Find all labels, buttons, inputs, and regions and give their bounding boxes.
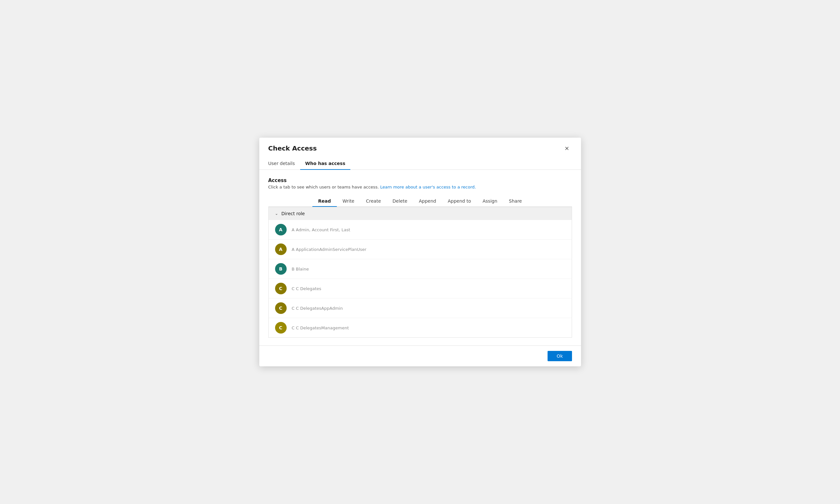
- table-row: B B Blaine: [269, 259, 572, 279]
- dialog-title: Check Access: [268, 144, 317, 152]
- avatar: B: [275, 263, 287, 275]
- tab-who-has-access[interactable]: Who has access: [300, 158, 351, 170]
- direct-role-header[interactable]: ⌄ Direct role: [269, 207, 572, 220]
- table-row: A A Admin, Account First, Last: [269, 220, 572, 240]
- perm-tab-append-to[interactable]: Append to: [442, 196, 477, 207]
- perm-tab-share[interactable]: Share: [503, 196, 528, 207]
- tab-user-details[interactable]: User details: [268, 158, 300, 170]
- avatar: C: [275, 302, 287, 314]
- access-learn-more-link[interactable]: Learn more about a user's access to a re…: [380, 185, 476, 190]
- user-name: B Blaine: [292, 267, 309, 271]
- perm-tab-write[interactable]: Write: [337, 196, 360, 207]
- check-access-dialog: Check Access × User details Who has acce…: [259, 138, 581, 366]
- perm-tab-create[interactable]: Create: [360, 196, 387, 207]
- chevron-down-icon: ⌄: [275, 211, 278, 216]
- dialog-footer: Ok: [259, 345, 581, 366]
- permission-tabs: Read Write Create Delete Append Append t…: [268, 196, 572, 207]
- user-name: A Admin, Account First, Last: [292, 228, 350, 232]
- perm-tab-append[interactable]: Append: [413, 196, 442, 207]
- access-desc-text: Click a tab to see which users or teams …: [268, 185, 379, 190]
- perm-tab-read[interactable]: Read: [312, 196, 337, 207]
- user-name: C C Delegates: [292, 286, 321, 291]
- users-table: ⌄ Direct role A A Admin, Account First, …: [268, 207, 572, 338]
- table-row: A A ApplicationAdminServicePlanUser: [269, 240, 572, 259]
- table-row: C C C DelegatesManagement: [269, 318, 572, 337]
- main-tabs: User details Who has access: [259, 158, 581, 170]
- avatar: A: [275, 244, 287, 255]
- close-button[interactable]: ×: [562, 144, 572, 152]
- table-row: C C C Delegates: [269, 279, 572, 299]
- user-name: C C DelegatesAppAdmin: [292, 306, 343, 311]
- avatar: C: [275, 283, 287, 294]
- direct-role-label: Direct role: [282, 211, 305, 216]
- avatar: C: [275, 322, 287, 334]
- table-row: C C C DelegatesAppAdmin: [269, 299, 572, 318]
- perm-tab-assign[interactable]: Assign: [477, 196, 503, 207]
- ok-button[interactable]: Ok: [548, 351, 572, 361]
- access-description: Click a tab to see which users or teams …: [268, 185, 572, 190]
- avatar: A: [275, 224, 287, 235]
- user-name: C C DelegatesManagement: [292, 325, 349, 330]
- access-section-title: Access: [268, 178, 572, 183]
- perm-tab-delete[interactable]: Delete: [387, 196, 413, 207]
- user-name: A ApplicationAdminServicePlanUser: [292, 247, 367, 252]
- dialog-body: Access Click a tab to see which users or…: [259, 170, 581, 345]
- dialog-header: Check Access ×: [259, 138, 581, 152]
